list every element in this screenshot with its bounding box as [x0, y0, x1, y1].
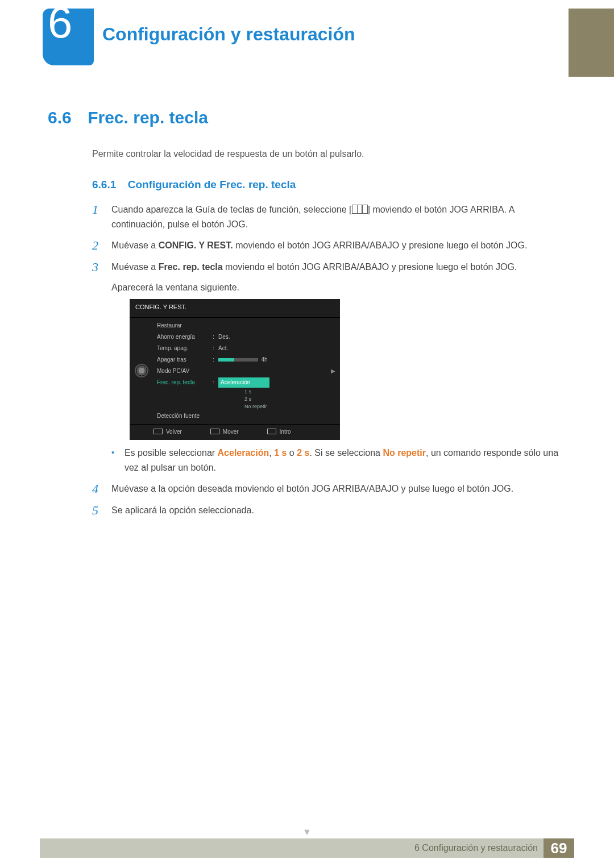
step-1: 1 Cuando aparezca la Guía de teclas de f…	[92, 202, 569, 231]
step-number: 4	[92, 481, 101, 496]
subsection-title: Configuración de Frec. rep. tecla	[128, 178, 296, 191]
section-number: 6.6	[48, 108, 72, 127]
step-number: 2	[92, 238, 101, 253]
osd-menu-list: Restaurar Ahorro energía:Des. Temp. apag…	[154, 318, 340, 424]
scroll-down-icon: ▼	[0, 827, 614, 837]
osd-title: CONFIG. Y REST.	[130, 299, 340, 318]
step-number: 1	[92, 202, 101, 217]
steps-list: 1 Cuando aparezca la Guía de teclas de f…	[92, 202, 569, 518]
osd-mover: Mover	[210, 427, 239, 437]
menu-icon	[352, 205, 368, 214]
top-accent-bar	[569, 9, 614, 77]
chevron-right-icon: ▶	[331, 367, 335, 376]
selected-option: Aceleración	[218, 377, 269, 388]
osd-side-icon	[130, 318, 154, 424]
step-text: Muévase a Frec. rep. tecla moviendo el b…	[111, 260, 569, 475]
step-number: 5	[92, 503, 101, 518]
osd-screenshot: CONFIG. Y REST. Restaurar Ahorro energía…	[130, 299, 340, 440]
step-2: 2 Muévase a CONFIG. Y REST. moviendo el …	[92, 238, 569, 253]
footer-bar: 6 Configuración y restauración 69	[40, 838, 574, 858]
bullet-note: • Es posible seleccionar Aceleración, 1 …	[111, 446, 569, 475]
step-number: 3	[92, 260, 101, 275]
step-text: Se aplicará la opción seleccionada.	[111, 503, 254, 518]
footer-page-number: 69	[544, 838, 574, 858]
subsection-number: 6.6.1	[92, 178, 116, 191]
bullet-icon: •	[111, 446, 114, 459]
gear-icon	[136, 365, 147, 376]
step-text: Muévase a CONFIG. Y REST. moviendo el bo…	[111, 238, 527, 253]
osd-footer: Volver Mover Intro	[130, 424, 340, 440]
osd-intro: Intro	[267, 427, 291, 437]
step-text: Cuando aparezca la Guía de teclas de fun…	[111, 202, 569, 231]
chapter-title: Configuración y restauración	[102, 24, 355, 45]
chapter-number: 6	[48, 0, 72, 48]
step-text: Muévase a la opción deseada moviendo el …	[111, 481, 513, 496]
step-5: 5 Se aplicará la opción seleccionada.	[92, 503, 569, 518]
step-3: 3 Muévase a Frec. rep. tecla moviendo el…	[92, 260, 569, 475]
step-4: 4 Muévase a la opción deseada moviendo e…	[92, 481, 569, 496]
slider-icon	[218, 358, 258, 362]
section-body: 6.6 Frec. rep. tecla Permite controlar l…	[48, 108, 569, 525]
footer-text: 6 Configuración y restauración	[414, 843, 538, 853]
osd-volver: Volver	[154, 427, 182, 437]
intro-text: Permite controlar la velocidad de respue…	[92, 149, 569, 159]
section-title: Frec. rep. tecla	[88, 108, 208, 127]
